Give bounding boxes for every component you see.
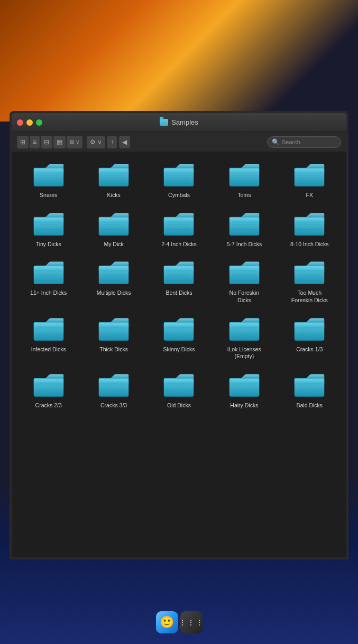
folder-icon: [162, 210, 196, 238]
folder-item[interactable]: 11+ Inch Dicks: [17, 255, 80, 307]
folder-label: 11+ Inch Dicks: [30, 290, 67, 297]
folder-icon: [227, 371, 261, 399]
title-bar: Samples: [12, 113, 346, 132]
content-area[interactable]: Snares Kic: [12, 152, 346, 557]
folder-item[interactable]: My Dick: [82, 207, 145, 251]
folder-label: Toms: [237, 192, 251, 199]
folder-item[interactable]: No Foreskin Dicks: [213, 255, 276, 307]
svg-rect-64: [295, 217, 324, 223]
folder-label: Cracks 1/3: [296, 346, 323, 353]
folder-item[interactable]: Cymbals: [148, 157, 210, 202]
svg-rect-155: [164, 379, 194, 385]
folder-icon: [32, 315, 66, 343]
folder-label: Cracks 2/3: [35, 402, 62, 409]
folder-icon: [97, 371, 131, 399]
gallery-view-btn[interactable]: ▦: [53, 136, 66, 148]
folder-item[interactable]: Cracks 3/3: [82, 368, 145, 413]
folder-label: Tiny Dicks: [36, 241, 61, 248]
folder-icon: [32, 210, 66, 238]
background-top: [0, 0, 358, 122]
svg-rect-127: [230, 322, 259, 328]
svg-rect-148: [99, 379, 128, 385]
action-btn[interactable]: ⚙ ∨: [87, 136, 105, 148]
svg-rect-113: [99, 322, 128, 328]
folder-item[interactable]: 2-4 Inch Dicks: [148, 207, 210, 251]
folder-item[interactable]: 8-10 Inch Dicks: [278, 207, 341, 251]
dock-finder[interactable]: 🙂: [156, 611, 178, 633]
close-button[interactable]: [17, 119, 23, 126]
folder-item[interactable]: Bald Dicks: [278, 368, 341, 413]
search-box[interactable]: 🔍 Search: [267, 136, 341, 148]
list-view-btn[interactable]: ≡: [30, 136, 40, 148]
back-btn[interactable]: ◀: [119, 136, 130, 148]
folders-grid: Snares Kic: [17, 157, 341, 412]
view-options-btn[interactable]: ⊞ ∨: [67, 136, 82, 148]
folder-item[interactable]: Bent Dicks: [148, 255, 210, 307]
svg-rect-29: [295, 169, 324, 174]
folder-item[interactable]: Tiny Dicks: [17, 207, 80, 251]
svg-rect-1: [33, 169, 63, 174]
folder-item[interactable]: Snares: [17, 157, 80, 202]
folder-item[interactable]: Old Dicks: [148, 368, 210, 413]
svg-rect-50: [164, 217, 194, 223]
folder-icon: [292, 371, 326, 399]
minimize-button[interactable]: [26, 119, 33, 126]
svg-rect-141: [33, 379, 63, 385]
folder-icon: [162, 315, 196, 343]
svg-rect-99: [295, 266, 324, 272]
folder-icon: [227, 258, 261, 287]
svg-rect-134: [295, 322, 324, 328]
folder-item[interactable]: Hairy Dicks: [213, 368, 276, 413]
folder-item[interactable]: Thick Dicks: [82, 312, 145, 363]
traffic-lights: [17, 119, 42, 126]
folder-icon: [227, 161, 261, 189]
svg-rect-78: [99, 266, 128, 272]
dock-launchpad[interactable]: [180, 611, 203, 633]
svg-rect-36: [33, 217, 63, 223]
folder-label: Kicks: [107, 192, 121, 199]
folder-label: No Foreskin Dicks: [223, 290, 265, 304]
folder-label: Bent Dicks: [166, 290, 192, 297]
folder-item[interactable]: 5-7 Inch Dicks: [213, 207, 276, 251]
folder-label: Thick Dicks: [99, 346, 128, 353]
folder-label: Skinny Dicks: [163, 346, 195, 353]
folder-item[interactable]: Too Much Foreskin Dicks: [278, 255, 341, 307]
svg-rect-57: [230, 217, 259, 223]
folder-label: 5-7 Inch Dicks: [227, 241, 262, 248]
share-btn[interactable]: ↑: [107, 136, 117, 148]
folder-icon: [292, 315, 326, 343]
folder-item[interactable]: FX: [278, 157, 341, 202]
maximize-button[interactable]: [36, 119, 42, 126]
folder-item[interactable]: Skinny Dicks: [148, 312, 210, 363]
folder-icon: [162, 161, 196, 189]
folder-label: Too Much Foreskin Dicks: [288, 290, 331, 304]
folder-item[interactable]: Kicks: [82, 157, 145, 202]
svg-rect-120: [164, 322, 194, 328]
svg-rect-43: [99, 217, 128, 223]
folder-item[interactable]: Toms: [213, 157, 276, 202]
folder-label: Bald Dicks: [296, 402, 323, 409]
folder-item[interactable]: Multiple Dicks: [82, 255, 145, 307]
folder-icon: [292, 258, 326, 287]
folder-label: Cymbals: [168, 192, 190, 199]
folder-label: Old Dicks: [167, 402, 191, 409]
folder-item[interactable]: Cracks 2/3: [17, 368, 80, 413]
folder-label: FX: [306, 192, 313, 199]
folder-item[interactable]: iLok Licenses (Empty): [213, 312, 276, 363]
folder-item[interactable]: Cracks 1/3: [278, 312, 341, 363]
folder-icon: [97, 258, 131, 287]
svg-rect-92: [230, 266, 259, 272]
column-view-btn[interactable]: ⊟: [41, 136, 52, 148]
folder-item[interactable]: Infected Dicks: [17, 312, 80, 363]
window-title-text: Samples: [171, 118, 198, 126]
svg-rect-106: [33, 322, 63, 328]
laptop-frame: Samples ⊞ ≡ ⊟ ▦ ⊞ ∨ ⚙ ∨ ↑ ◀ 🔍 Search: [10, 111, 348, 559]
svg-rect-22: [230, 169, 259, 174]
svg-rect-85: [164, 266, 194, 272]
svg-rect-71: [33, 266, 63, 272]
folder-icon: [162, 371, 196, 399]
folder-icon: [97, 315, 131, 343]
folder-label: iLok Licenses (Empty): [223, 346, 265, 360]
icon-view-btn[interactable]: ⊞: [17, 136, 29, 148]
folder-label: Multiple Dicks: [97, 290, 131, 297]
